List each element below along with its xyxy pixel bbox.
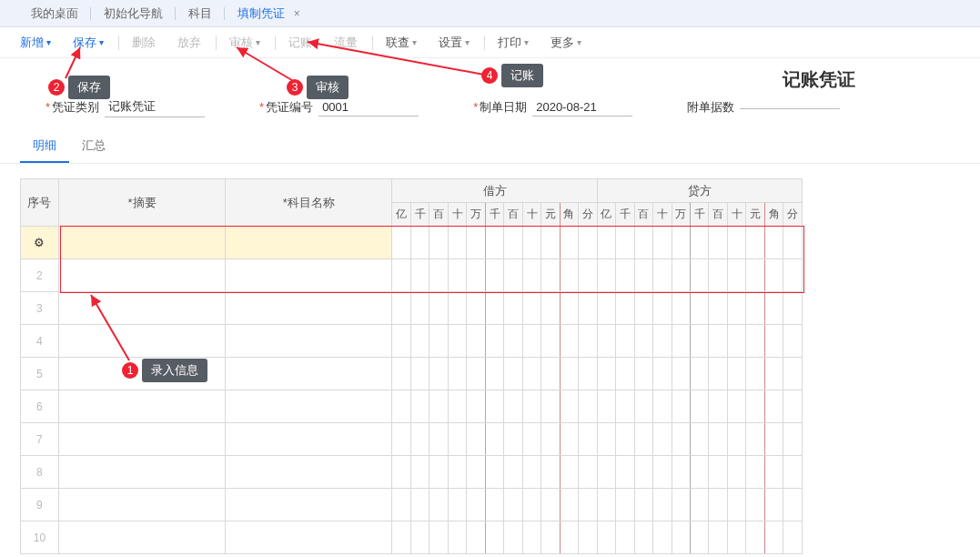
cell-digit[interactable] [764, 390, 783, 423]
cell-digit[interactable] [634, 259, 652, 292]
close-icon[interactable]: × [294, 7, 300, 20]
table-row[interactable]: 4 [21, 325, 803, 358]
cell-digit[interactable] [485, 489, 503, 522]
cell-digit[interactable] [653, 259, 672, 292]
cell-digit[interactable] [579, 325, 597, 358]
cell-digit[interactable] [727, 259, 745, 292]
cell-digit[interactable] [504, 325, 522, 358]
cell-digit[interactable] [690, 227, 708, 259]
cell-digit[interactable] [764, 259, 783, 292]
cell-digit[interactable] [485, 259, 503, 292]
cell-digit[interactable] [709, 259, 727, 292]
cell-subject[interactable] [226, 227, 392, 259]
tab-subject[interactable]: 科目 [176, 0, 225, 27]
cell-summary[interactable] [58, 522, 225, 554]
cell-digit[interactable] [634, 227, 652, 259]
cell-digit[interactable] [597, 522, 615, 554]
cell-digit[interactable] [727, 292, 745, 325]
cell-digit[interactable] [485, 292, 503, 325]
cell-digit[interactable] [467, 259, 485, 292]
cell-digit[interactable] [522, 489, 541, 522]
cell-digit[interactable] [634, 358, 652, 390]
cell-digit[interactable] [392, 456, 410, 489]
cell-digit[interactable] [634, 292, 652, 325]
cell-digit[interactable] [653, 358, 672, 390]
cell-digit[interactable] [579, 259, 597, 292]
cell-digit[interactable] [653, 423, 672, 456]
cell-digit[interactable] [485, 227, 503, 259]
cell-digit[interactable] [616, 227, 634, 259]
post-button[interactable]: 记账 [281, 35, 319, 51]
cell-digit[interactable] [392, 292, 410, 325]
table-row[interactable]: 8 [21, 456, 803, 489]
cell-digit[interactable] [672, 456, 690, 489]
cell-digit[interactable] [764, 325, 783, 358]
cell-digit[interactable] [560, 456, 578, 489]
cell-subject[interactable] [226, 456, 392, 489]
cell-digit[interactable] [504, 259, 522, 292]
cell-digit[interactable] [653, 292, 672, 325]
cell-digit[interactable] [616, 325, 634, 358]
tab-summary[interactable]: 汇总 [69, 130, 118, 163]
cell-digit[interactable] [560, 358, 578, 390]
cell-digit[interactable] [783, 522, 803, 554]
cell-digit[interactable] [672, 227, 690, 259]
cell-digit[interactable] [392, 358, 410, 390]
type-field[interactable]: 记账凭证 [105, 96, 205, 117]
cell-digit[interactable] [653, 325, 672, 358]
cell-digit[interactable] [467, 489, 485, 522]
table-row[interactable]: 5 [21, 358, 803, 390]
cell-digit[interactable] [579, 390, 597, 423]
cell-summary[interactable] [58, 227, 225, 259]
delete-button[interactable]: 删除 [125, 35, 163, 51]
table-row[interactable]: ⚙ [21, 227, 803, 259]
cell-digit[interactable] [448, 390, 466, 423]
cell-digit[interactable] [709, 522, 727, 554]
cell-digit[interactable] [690, 456, 708, 489]
cell-digit[interactable] [448, 489, 466, 522]
cell-digit[interactable] [634, 423, 652, 456]
tab-detail[interactable]: 明细 [20, 130, 69, 163]
cell-digit[interactable] [783, 325, 803, 358]
cell-digit[interactable] [579, 522, 597, 554]
cell-digit[interactable] [429, 358, 448, 390]
cell-digit[interactable] [653, 390, 672, 423]
cell-digit[interactable] [634, 489, 652, 522]
cell-digit[interactable] [541, 456, 560, 489]
cell-digit[interactable] [560, 390, 578, 423]
cell-summary[interactable] [58, 390, 225, 423]
cell-digit[interactable] [504, 292, 522, 325]
cell-digit[interactable] [653, 489, 672, 522]
cell-digit[interactable] [709, 325, 727, 358]
cell-digit[interactable] [410, 292, 429, 325]
cell-digit[interactable] [727, 522, 745, 554]
cell-digit[interactable] [597, 292, 615, 325]
table-row[interactable]: 7 [21, 423, 803, 456]
cell-digit[interactable] [746, 325, 764, 358]
cell-digit[interactable] [485, 390, 503, 423]
cell-digit[interactable] [672, 522, 690, 554]
cell-digit[interactable] [485, 423, 503, 456]
cell-digit[interactable] [560, 423, 578, 456]
cell-digit[interactable] [392, 522, 410, 554]
cell-digit[interactable] [504, 390, 522, 423]
cell-digit[interactable] [522, 292, 541, 325]
cell-digit[interactable] [579, 358, 597, 390]
cell-digit[interactable] [467, 358, 485, 390]
cell-digit[interactable] [410, 227, 429, 259]
cell-digit[interactable] [709, 489, 727, 522]
table-row[interactable]: 3 [21, 292, 803, 325]
cell-digit[interactable] [560, 325, 578, 358]
cell-digit[interactable] [541, 358, 560, 390]
cell-summary[interactable] [58, 358, 225, 390]
cell-digit[interactable] [746, 259, 764, 292]
cell-digit[interactable] [467, 292, 485, 325]
cell-digit[interactable] [429, 292, 448, 325]
cell-digit[interactable] [541, 522, 560, 554]
abandon-button[interactable]: 放弃 [170, 35, 208, 51]
cell-digit[interactable] [429, 325, 448, 358]
cell-digit[interactable] [727, 456, 745, 489]
cell-digit[interactable] [764, 456, 783, 489]
cell-digit[interactable] [727, 358, 745, 390]
cell-digit[interactable] [727, 423, 745, 456]
